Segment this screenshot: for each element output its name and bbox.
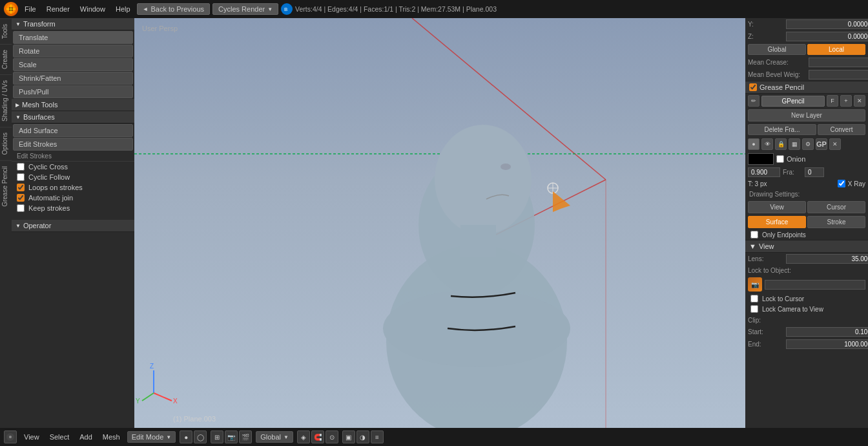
window-menu[interactable]: Window (76, 4, 109, 14)
gp-gp-btn[interactable]: GP (816, 138, 827, 150)
svg-point-16 (548, 183, 558, 193)
gp-plus-btn[interactable]: + (840, 95, 852, 107)
lock-to-object-input[interactable] (765, 280, 865, 290)
tab-shading[interactable]: Shading / UVs (0, 74, 12, 127)
onion-row: Onion (745, 152, 868, 166)
viewport[interactable]: User Persp Z (134, 18, 745, 428)
add-menu-btn[interactable]: Add (76, 432, 96, 442)
tab-create[interactable]: Create (0, 44, 12, 74)
mean-bevel-input[interactable] (809, 70, 868, 80)
grease-pencil-header[interactable]: Grease Pencil (745, 81, 868, 94)
z-value-input[interactable] (786, 32, 868, 41)
gp-f-btn[interactable]: F (827, 95, 838, 107)
only-endpoints-check[interactable] (750, 231, 758, 239)
automatic-join-row: Automatic join (12, 193, 134, 203)
gp-color-swatch[interactable] (748, 153, 774, 165)
view-draw-btn[interactable]: View (748, 201, 806, 213)
file-menu[interactable]: File (21, 4, 40, 14)
new-layer-btn[interactable]: New Layer (748, 109, 865, 122)
convert-btn[interactable]: Convert (818, 124, 865, 135)
lens-input[interactable] (786, 254, 868, 264)
gp-view-icon[interactable]: 👁 (761, 138, 773, 150)
frame-icon[interactable]: ⊞ (211, 430, 223, 443)
mean-bevel-row: Mean Bevel Weig: (745, 69, 868, 81)
scale-btn[interactable]: Scale (13, 58, 133, 71)
local-btn[interactable]: Local (807, 44, 865, 55)
mesh-menu-btn[interactable]: Mesh (99, 432, 123, 442)
sphere-icon[interactable]: ● (180, 430, 192, 443)
transform-header[interactable]: ▼ Transform (12, 18, 134, 30)
svg-text:Z: Z (150, 363, 154, 370)
wireframe-icon[interactable]: ◯ (194, 430, 207, 443)
shrink-flatten-btn[interactable]: Shrink/Fatten (13, 72, 133, 85)
back-button[interactable]: Back to Previous (137, 3, 210, 15)
render-icon[interactable]: 🎬 (239, 430, 252, 443)
grease-pencil-check[interactable] (749, 83, 757, 91)
lock-camera-check[interactable] (750, 305, 758, 313)
gp-close-icon[interactable]: ✕ (829, 138, 841, 150)
add-surface-btn[interactable]: Add Surface (13, 124, 133, 137)
bsurfaces-label: Bsurfaces (23, 113, 55, 121)
global-selector[interactable]: Global (256, 431, 293, 443)
proportional-icon[interactable]: ⊙ (326, 430, 338, 443)
select-menu-btn[interactable]: Select (46, 432, 73, 442)
gp-extra-icon[interactable]: ⚙ (802, 138, 814, 150)
clip-end-input[interactable] (786, 339, 868, 349)
svg-line-24 (142, 393, 154, 401)
svg-point-10 (386, 244, 567, 428)
cyclic-follow-row: Cyclic Follow (12, 172, 134, 182)
mean-crease-input[interactable] (809, 58, 868, 67)
mesh-tools-header[interactable]: ▶ Mesh Tools (12, 99, 134, 111)
camera-view-icon[interactable]: 📷 (225, 430, 238, 443)
opacity-input[interactable] (748, 167, 780, 177)
gp-layer-name[interactable]: GPencil (761, 96, 825, 107)
delete-fra-btn[interactable]: Delete Fra... (748, 124, 816, 135)
edit-strokes-btn[interactable]: Edit Strokes (13, 138, 133, 151)
render-menu[interactable]: Render (43, 4, 74, 14)
bsurfaces-header[interactable]: ▼ Bsurfaces (12, 111, 134, 123)
tab-options[interactable]: Options (0, 127, 12, 160)
mode-selector[interactable]: Edit Mode (127, 431, 176, 443)
loops-on-strokes-check[interactable] (17, 184, 25, 191)
top-bar: File Render Window Help Back to Previous… (0, 0, 868, 18)
snap-icon[interactable]: 🧲 (311, 430, 324, 443)
render-engine-selector[interactable]: Cycles Render (212, 3, 278, 15)
gp-layers-icon[interactable]: ▦ (789, 138, 800, 150)
operator-header[interactable]: ▼ Operator (12, 220, 134, 232)
view-icons: ⊞ 📷 🎬 (211, 430, 252, 443)
translate-btn[interactable]: Translate (13, 31, 133, 44)
xray-check[interactable] (838, 180, 845, 187)
y-value-input[interactable] (786, 19, 868, 29)
fra-input[interactable] (805, 167, 824, 177)
stroke-btn[interactable]: Stroke (807, 216, 865, 228)
clip-label: Clip: (748, 317, 761, 324)
viewport-shading-icon[interactable]: ◑ (356, 430, 369, 443)
tab-tools[interactable]: Tools (0, 18, 12, 44)
help-menu[interactable]: Help (112, 4, 134, 14)
cursor-draw-btn[interactable]: Cursor (807, 201, 865, 213)
view-section-label: View (759, 242, 774, 250)
rotate-btn[interactable]: Rotate (13, 45, 133, 58)
push-pull-btn[interactable]: Push/Pull (13, 85, 133, 98)
tab-grease-pencil[interactable]: Grease Pencil (0, 160, 12, 212)
automatic-join-check[interactable] (17, 194, 25, 202)
object-label: (1) Plane.003 (173, 415, 216, 423)
view-menu-btn[interactable]: View (21, 432, 43, 442)
header-icon[interactable]: ≡ (371, 430, 384, 443)
view-section-header[interactable]: ▼ View (745, 240, 868, 253)
new-layer-row: New Layer (745, 108, 868, 123)
clip-start-input[interactable] (786, 327, 868, 337)
onion-check[interactable] (776, 155, 784, 163)
pivot-icon[interactable]: ◈ (297, 430, 310, 443)
cyclic-follow-check[interactable] (17, 173, 25, 181)
lock-to-cursor-check[interactable] (750, 295, 758, 303)
global-btn[interactable]: Global (748, 44, 806, 55)
cyclic-cross-check[interactable] (17, 163, 25, 171)
gp-x-btn[interactable]: ✕ (854, 95, 865, 107)
gp-camera-icon[interactable]: ● (748, 138, 760, 150)
keep-strokes-check[interactable] (17, 204, 25, 212)
overlay-icon[interactable]: ▣ (342, 430, 355, 443)
surface-btn[interactable]: Surface (748, 216, 806, 228)
gp-pencil-icon[interactable]: ✏ (748, 95, 760, 107)
gp-lock-icon[interactable]: 🔒 (775, 138, 787, 150)
